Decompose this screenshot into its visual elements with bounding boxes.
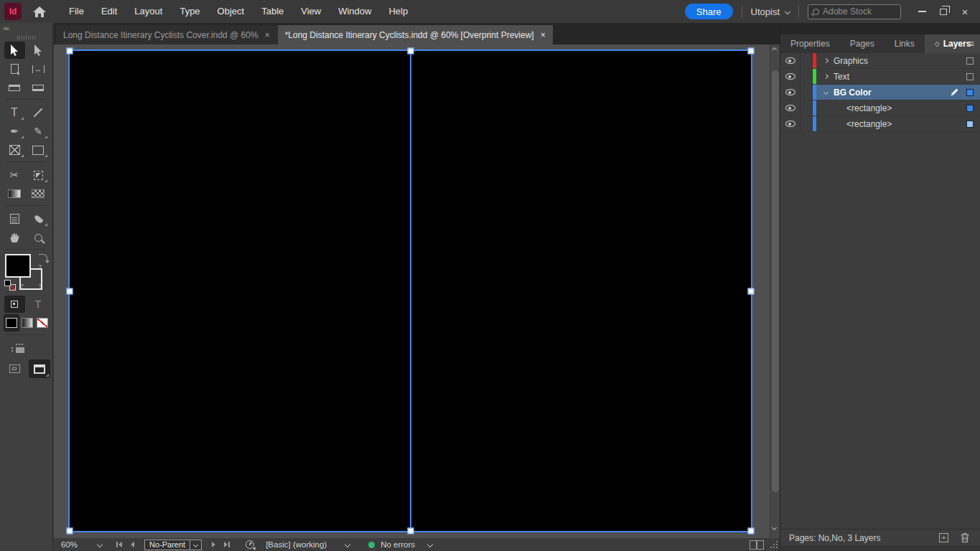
layer-row-graphics[interactable]: Graphics (780, 53, 980, 69)
preflight-profile-dropdown-icon[interactable] (345, 542, 350, 547)
restore-button[interactable] (933, 2, 954, 21)
selection-handle-mid-left[interactable] (67, 288, 73, 294)
page-dropdown-button[interactable] (190, 540, 201, 550)
layer-item-name[interactable]: <rectangle> (846, 119, 892, 129)
close-tab-icon[interactable]: × (265, 30, 270, 40)
visibility-toggle[interactable] (780, 53, 801, 68)
line-tool[interactable] (28, 104, 49, 121)
tab-links[interactable]: Links (885, 34, 925, 53)
preflight-status-dropdown-icon[interactable] (427, 542, 433, 547)
layer-target-square[interactable] (966, 57, 974, 65)
expand-layer-icon[interactable] (819, 75, 832, 78)
visibility-toggle[interactable] (780, 85, 801, 100)
tab-properties[interactable]: Properties (780, 34, 840, 53)
lock-toggle[interactable] (801, 53, 813, 68)
adobe-stock-search-input[interactable]: Adobe Stock (808, 4, 901, 19)
content-placer-tool[interactable] (28, 79, 49, 96)
visibility-toggle[interactable] (780, 116, 801, 131)
selection-handle-bottom-center[interactable] (407, 528, 414, 534)
scroll-down-icon[interactable] (772, 525, 777, 530)
share-button[interactable]: Share (685, 4, 733, 19)
home-button[interactable] (33, 6, 46, 17)
tab-pages[interactable]: Pages (840, 34, 885, 53)
free-transform-tool[interactable] (28, 166, 49, 184)
item-selected-square[interactable] (966, 121, 974, 128)
formatting-affects-text-button[interactable]: T (28, 296, 49, 313)
menu-item-layout[interactable]: Layout (126, 0, 171, 23)
item-selected-square[interactable] (966, 105, 974, 112)
panel-drag-handle[interactable] (17, 36, 36, 39)
layer-selected-square[interactable] (966, 89, 974, 96)
apply-gradient-button[interactable] (20, 314, 34, 331)
layer-name[interactable]: Text (834, 72, 849, 82)
collapse-layer-icon[interactable] (819, 90, 832, 94)
minimize-button[interactable] (911, 2, 933, 21)
layer-item-name[interactable]: <rectangle> (846, 103, 892, 113)
gradient-swatch-tool[interactable] (4, 185, 25, 202)
visibility-toggle[interactable] (780, 69, 801, 84)
swap-fill-stroke-icon[interactable] (39, 254, 47, 262)
menu-item-edit[interactable]: Edit (93, 0, 126, 23)
color-theme-tool[interactable] (28, 210, 49, 227)
zoom-tool[interactable] (28, 229, 49, 246)
frame-tool[interactable] (4, 141, 25, 159)
menu-item-type[interactable]: Type (171, 0, 208, 23)
collapse-panel-icon[interactable]: «« (3, 24, 8, 32)
selection-handle-mid-right[interactable] (748, 288, 755, 294)
layer-target-square[interactable] (966, 73, 974, 80)
menu-item-view[interactable]: View (292, 0, 330, 23)
next-spread-button[interactable] (212, 542, 215, 547)
window-resize-grip[interactable] (771, 542, 778, 548)
layer-row-rectangle-2[interactable]: <rectangle> (780, 116, 980, 132)
selection-tool[interactable] (4, 42, 25, 59)
indesign-logo-icon[interactable]: Id (4, 3, 22, 20)
visibility-toggle[interactable] (780, 100, 801, 116)
menu-item-help[interactable]: Help (380, 0, 416, 23)
preflight-status-label[interactable]: No errors (381, 540, 415, 549)
previous-spread-button[interactable] (131, 542, 134, 547)
selection-handle-bottom-right[interactable] (748, 528, 755, 534)
zoom-dropdown-icon[interactable] (97, 542, 103, 547)
lock-toggle[interactable] (801, 69, 813, 84)
preview-mode-button[interactable] (6, 360, 23, 377)
content-collector-tool[interactable] (4, 79, 25, 96)
menu-item-file[interactable]: File (60, 0, 93, 23)
new-layer-button[interactable]: + (939, 533, 948, 542)
menu-item-table[interactable]: Table (253, 0, 292, 23)
first-spread-button[interactable] (116, 542, 122, 547)
menu-item-window[interactable]: Window (330, 0, 380, 23)
menu-item-object[interactable]: Object (209, 0, 253, 23)
gradient-feather-tool[interactable] (28, 185, 49, 202)
vertical-scrollbar-thumb[interactable] (772, 70, 779, 492)
direct-selection-tool[interactable] (28, 42, 49, 59)
close-button[interactable]: × (954, 2, 976, 21)
layer-row-rectangle-1[interactable]: <rectangle> (780, 100, 980, 116)
fill-swatch[interactable] (5, 254, 31, 278)
document-tab-active[interactable]: *Long Distance Itinerary Cyclists.indd @… (278, 25, 553, 44)
scroll-up-icon[interactable] (772, 47, 777, 52)
scissors-tool[interactable]: ✂ (4, 166, 25, 184)
selected-spread[interactable] (68, 50, 752, 532)
workspace-switcher[interactable]: Utopist (751, 6, 790, 17)
selection-handle-top-left[interactable] (67, 48, 73, 55)
layer-name[interactable]: Graphics (834, 56, 868, 66)
lock-toggle[interactable] (801, 85, 813, 100)
zoom-level-value[interactable]: 60% (61, 540, 78, 549)
document-canvas[interactable] (54, 44, 780, 538)
note-tool[interactable] (4, 210, 25, 227)
lock-toggle[interactable] (801, 100, 813, 116)
preflight-gauge-icon[interactable] (246, 540, 254, 549)
vertical-scrollbar[interactable] (770, 44, 780, 538)
panel-menu-icon[interactable]: ≡ (969, 34, 974, 53)
selection-handle-bottom-left[interactable] (67, 528, 73, 534)
pencil-tool[interactable]: ✎ (28, 123, 49, 140)
delete-layer-button[interactable] (960, 532, 970, 543)
page-right-rectangle[interactable] (411, 51, 752, 531)
default-fill-stroke-icon[interactable] (4, 280, 16, 291)
page-tool[interactable] (4, 60, 25, 77)
lock-toggle[interactable] (801, 116, 813, 131)
layer-row-bg-color[interactable]: BG Color (780, 85, 980, 100)
layer-row-text[interactable]: Text (780, 69, 980, 85)
last-spread-button[interactable] (224, 542, 230, 547)
document-tab[interactable]: Long Distance Itinerary Cyclists Cover.i… (56, 25, 277, 44)
